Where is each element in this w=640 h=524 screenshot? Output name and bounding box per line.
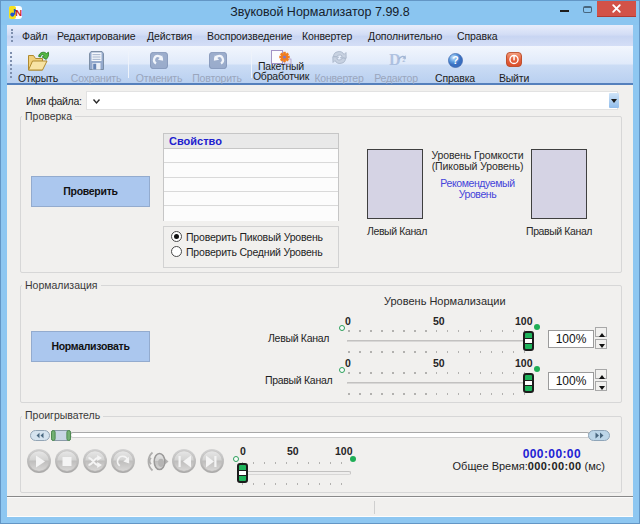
svg-text:N: N xyxy=(15,7,22,18)
svg-text:?: ? xyxy=(452,54,458,66)
svg-text:2: 2 xyxy=(402,57,405,63)
